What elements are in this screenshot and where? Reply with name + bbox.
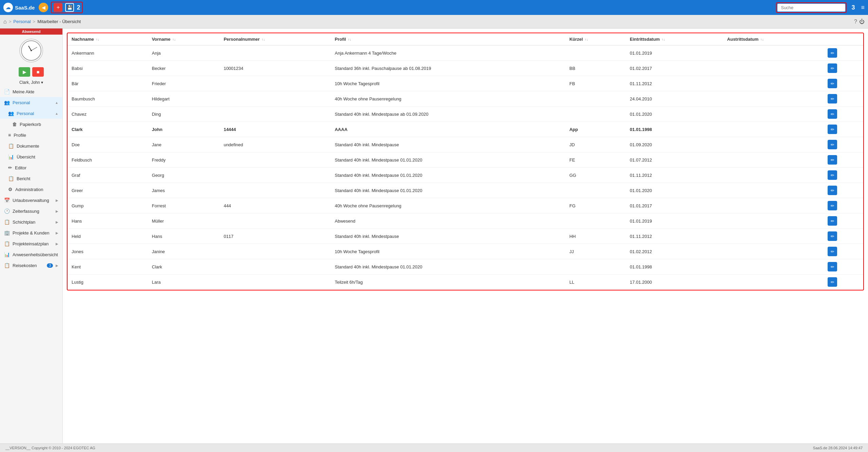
col-vorname[interactable]: Vorname ↑↓	[148, 33, 220, 45]
edit-button-14[interactable]: ✏	[828, 262, 837, 271]
cell-kurzel: BB	[565, 61, 626, 76]
sidebar-item-meine-akte[interactable]: 📄 Meine Akte	[0, 86, 62, 97]
cell-profil: 40h Woche ohne Pausenregelung	[331, 91, 565, 107]
sidebar-item-schichtplan[interactable]: 📋 Schichtplan ▶	[0, 216, 62, 227]
table-row: HeldHans0117Standard 40h inkl. Mindestpa…	[68, 229, 863, 244]
cell-vorname: James	[148, 183, 220, 198]
cell-nachname: Feldbusch	[68, 152, 148, 168]
back-button[interactable]: ◀	[39, 3, 48, 12]
sidebar-item-dokumente[interactable]: 📋 Dokumente	[0, 140, 62, 151]
edit-button-10[interactable]: ✏	[828, 201, 837, 210]
cell-kurzel: App	[565, 122, 626, 137]
edit-button-1[interactable]: ✏	[828, 63, 837, 73]
cell-profil: Standard 40h inkl. Mindestpause 01.01.20…	[331, 183, 565, 198]
sidebar-item-personal[interactable]: 👥 Personal ▲	[0, 97, 62, 108]
cell-nachname: Jones	[68, 244, 148, 259]
sidebar-item-reisekosten[interactable]: 📋 Reisekosten 3 ▶	[0, 260, 62, 271]
search-number: 3	[851, 4, 855, 11]
edit-button-2[interactable]: ✏	[828, 79, 837, 88]
menu-button[interactable]: ≡	[861, 4, 865, 11]
cell-profil: Abwesend	[331, 213, 565, 229]
col-personalnummer[interactable]: Personalnummer ↑↓	[220, 33, 331, 45]
sidebar-label-anwesenheitsubersicht: Anwesenheitsübersicht	[13, 252, 58, 257]
edit-button-12[interactable]: ✏	[828, 231, 837, 241]
sidebar-item-projekteinsatzplan[interactable]: 📋 Projekteinsatzplan ▶	[0, 238, 62, 249]
clock-icon: 🕐	[4, 208, 10, 214]
edit-button-5[interactable]: ✏	[828, 125, 837, 134]
sidebar-item-profile[interactable]: ≡ Profile	[0, 130, 62, 140]
doc-icon: 📋	[8, 143, 14, 149]
chevron-right4-icon: ▶	[56, 231, 58, 235]
cell-nachname: Baumbusch	[68, 91, 148, 107]
col-nachname[interactable]: Nachname ↑↓	[68, 33, 148, 45]
sidebar-controls: ▶ ■	[0, 65, 62, 79]
sidebar-item-urlaubsverwaltung[interactable]: 📅 Urlaubsverwaltung ▶	[0, 195, 62, 206]
save-button[interactable]: 💾	[65, 3, 74, 12]
sort-personal-icon: ↑↓	[262, 38, 265, 41]
sidebar-item-editor[interactable]: ✏ Editor	[0, 162, 62, 173]
sidebar-label-profile: Profile	[14, 133, 58, 138]
cell-vorname: Becker	[148, 61, 220, 76]
cell-nachname: Babsi	[68, 61, 148, 76]
sidebar-item-papierkorb[interactable]: 🗑 Papierkorb	[0, 119, 62, 130]
edit-button-11[interactable]: ✏	[828, 216, 837, 226]
sidebar-label-projekteinsatzplan: Projekteinsatzplan	[13, 241, 53, 246]
cell-eintrittsdatum: 17.01.2000	[626, 275, 723, 290]
sidebar-user-name[interactable]: Clark, John ▾	[0, 79, 62, 86]
sort-nachname-icon: ↑↓	[96, 38, 99, 41]
table-header-row: Nachname ↑↓ Vorname ↑↓ Personalnummer ↑↓…	[68, 33, 863, 45]
edit-button-3[interactable]: ✏	[828, 94, 837, 103]
sidebar-item-personal-sub[interactable]: 👥 Personal ▲	[0, 108, 62, 119]
sidebar-item-bericht[interactable]: 📋 Bericht	[0, 173, 62, 184]
edit-button-6[interactable]: ✏	[828, 140, 837, 149]
edit-button-15[interactable]: ✏	[828, 277, 837, 287]
edit-button-0[interactable]: ✏	[828, 48, 837, 58]
edit-button-13[interactable]: ✏	[828, 247, 837, 256]
col-austrittsdatum[interactable]: Austrittsdatum ↑↓	[723, 33, 824, 45]
sidebar-label-editor: Editor	[15, 165, 58, 170]
edit-button-7[interactable]: ✏	[828, 155, 837, 165]
play-button[interactable]: ▶	[19, 67, 30, 77]
cell-austrittsdatum	[723, 275, 824, 290]
cell-vorname: Frieder	[148, 76, 220, 91]
travel-icon: 📋	[4, 263, 10, 268]
col-eintrittsdatum[interactable]: Eintrittsdatum ↑↓	[626, 33, 723, 45]
sidebar-item-projekte-kunden[interactable]: 🏢 Projekte & Kunden ▶	[0, 227, 62, 238]
cell-vorname: Jane	[148, 137, 220, 152]
search-input[interactable]	[777, 4, 845, 12]
power-button[interactable]: ⏻	[859, 19, 865, 25]
cell-eintrittsdatum: 01.11.2012	[626, 229, 723, 244]
cell-vorname: Forrest	[148, 198, 220, 213]
cell-personalnummer: 444	[220, 198, 331, 213]
chevron-right3-icon: ▶	[56, 220, 58, 224]
cell-kurzel: FB	[565, 76, 626, 91]
edit-button-9[interactable]: ✏	[828, 186, 837, 195]
sidebar-item-ubersicht[interactable]: 📊 Übersicht	[0, 151, 62, 162]
cell-austrittsdatum	[723, 45, 824, 61]
cell-profil: 40h Woche ohne Pausenregelung	[331, 198, 565, 213]
cell-kurzel: GG	[565, 168, 626, 183]
breadcrumb-personal[interactable]: Personal	[13, 19, 31, 24]
cell-profil: Standard 40h inkl. Mindestpause ab 01.09…	[331, 107, 565, 122]
cell-personalnummer	[220, 183, 331, 198]
cell-kurzel	[565, 91, 626, 107]
cell-profil: Standard 40h inkl. Mindestpause	[331, 137, 565, 152]
cell-eintrittsdatum: 01.09.2020	[626, 137, 723, 152]
cell-personalnummer: 10001234	[220, 61, 331, 76]
sidebar-label-projekte-kunden: Projekte & Kunden	[13, 230, 53, 236]
sidebar-item-anwesenheitsubersicht[interactable]: 📊 Anwesenheitsübersicht	[0, 249, 62, 260]
col-kurzel[interactable]: Kürzel ↑↓	[565, 33, 626, 45]
edit-button-4[interactable]: ✏	[828, 109, 837, 119]
cell-action: ✏	[824, 183, 863, 198]
breadcrumb-current: Mitarbeiter - Übersicht	[37, 19, 81, 24]
cell-austrittsdatum	[723, 168, 824, 183]
edit-button-8[interactable]: ✏	[828, 170, 837, 180]
col-profil[interactable]: Profil ↑↓	[331, 33, 565, 45]
stop-button[interactable]: ■	[32, 67, 44, 77]
sidebar-item-zeiterfassung[interactable]: 🕐 Zeiterfassung ▶	[0, 206, 62, 216]
add-button[interactable]: +	[54, 3, 62, 12]
breadcrumb-home-icon[interactable]: ⌂	[3, 19, 7, 25]
help-button[interactable]: ?	[854, 19, 857, 25]
cell-personalnummer	[220, 259, 331, 275]
sidebar-item-administration[interactable]: ⚙ Administration	[0, 184, 62, 195]
